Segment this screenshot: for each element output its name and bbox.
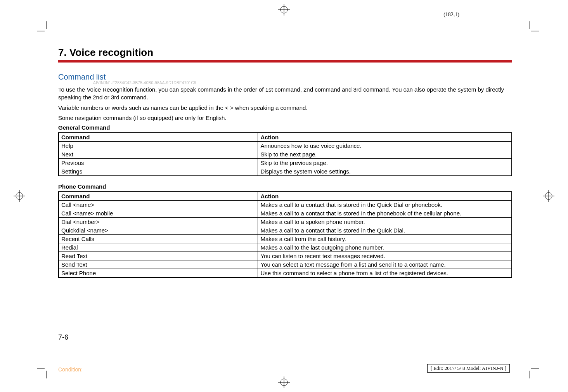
table-row: Send TextYou can select a text message f… [59,260,512,269]
body-paragraph: Some navigation commands (if so equipped… [58,114,512,122]
table-header: Command [59,192,258,201]
crop-mark-icon [37,21,48,33]
page-coord: (182,1) [443,12,459,18]
general-command-table: Command Action HelpAnnounces how to use … [58,132,512,176]
table-cell: Previous [59,159,258,167]
registration-mark-icon [278,376,290,388]
table-cell: Next [59,150,258,159]
table-cell: Makes a call to a contact that is stored… [258,226,512,235]
table-cell: Dial <number> [59,218,258,226]
table-row: Select PhoneUse this command to select a… [59,269,512,278]
table-row: HelpAnnounces how to use voice guidance. [59,142,512,150]
table-cell: Select Phone [59,269,258,278]
table-cell: Skip to the next page. [258,150,512,159]
table-cell: Makes a call from the call history. [258,235,512,243]
crop-mark-icon [37,359,48,371]
edit-info: [ Edit: 2017/ 5/ 8 Model: AIVINJ-N ] [427,364,510,373]
table-row: SettingsDisplays the system voice settin… [59,167,512,176]
registration-mark-icon [14,190,25,202]
section-title: Command list [58,73,512,82]
table-cell: Quickdial <name> [59,226,258,235]
table-row: PreviousSkip to the previous page. [59,159,512,167]
chapter-title: 7. Voice recognition [58,47,512,59]
table-header: Action [258,192,512,201]
body-paragraph: To use the Voice Recognition function, y… [58,86,512,102]
table-cell: Makes a call to the last outgoing phone … [258,243,512,252]
table-cell: Settings [59,167,258,176]
table-cell: Call <name> mobile [59,209,258,218]
table-row: Quickdial <name>Makes a call to a contac… [59,226,512,235]
page-content: 7. Voice recognition Command list AIVINJ… [58,47,512,285]
table-header: Command [59,133,258,142]
registration-mark-icon [543,190,554,202]
table-header-row: Command Action [59,133,512,142]
crop-mark-icon [520,359,531,371]
table-cell: Help [59,142,258,150]
table-cell: Makes a call to a spoken phone number. [258,218,512,226]
body-paragraph: Variable numbers or words such as names … [58,104,512,112]
registration-mark-icon [278,4,290,16]
table-cell: Makes a call to a contact that is stored… [258,209,512,218]
table-row: Read TextYou can listen to recent text m… [59,252,512,260]
table-row: RedialMakes a call to the last outgoing … [59,243,512,252]
table-cell: Skip to the previous page. [258,159,512,167]
phone-command-heading: Phone Command [58,183,512,190]
table-cell: Call <name> [59,201,258,209]
table-header: Action [258,133,512,142]
table-cell: You can listen to recent text messages r… [258,252,512,260]
table-cell: You can select a text message from a lis… [258,260,512,269]
table-cell: Send Text [59,260,258,269]
table-cell: Use this command to select a phone from … [258,269,512,278]
table-row: Recent CallsMakes a call from the call h… [59,235,512,243]
red-rule-icon [58,60,512,63]
table-cell: Redial [59,243,258,252]
phone-command-table: Command Action Call <name>Makes a call t… [58,191,512,278]
table-cell: Announces how to use voice guidance. [258,142,512,150]
general-command-heading: General Command [58,124,512,131]
page-number: 7-6 [58,333,68,342]
table-cell: Displays the system voice settings. [258,167,512,176]
table-row: Dial <number>Makes a call to a spoken ph… [59,218,512,226]
table-row: NextSkip to the next page. [59,150,512,159]
table-cell: Makes a call to a contact that is stored… [258,201,512,209]
table-row: Call <name>Makes a call to a contact tha… [59,201,512,209]
condition-label: Condition: [58,366,83,373]
table-row: Call <name> mobileMakes a call to a cont… [59,209,512,218]
document-id: AIVINJN1-F2834C42-3B75-40B0-98AA-9D1DBE4… [93,81,512,85]
table-cell: Read Text [59,252,258,260]
table-cell: Recent Calls [59,235,258,243]
crop-mark-icon [520,21,531,33]
table-header-row: Command Action [59,192,512,201]
